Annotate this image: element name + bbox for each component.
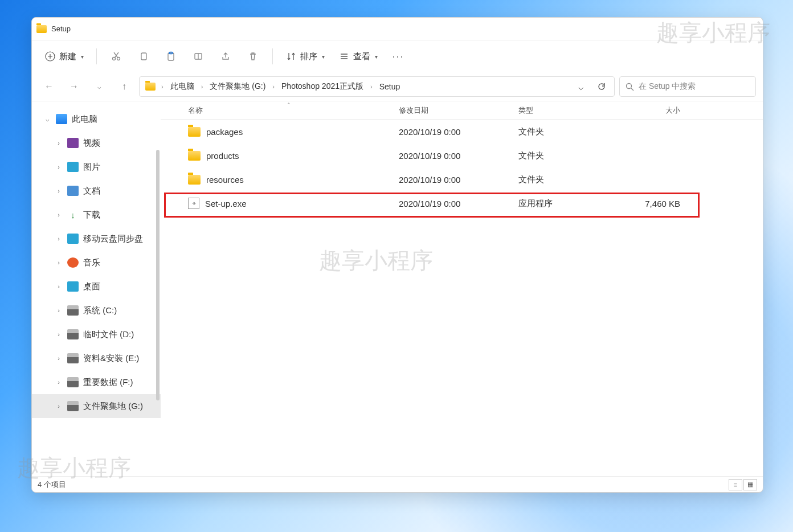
pic-icon	[67, 162, 79, 172]
sidebar-item[interactable]: ›文档	[32, 179, 161, 203]
exe-icon: ⎆	[188, 198, 199, 209]
paste-button[interactable]	[158, 45, 183, 68]
view-icon	[338, 51, 350, 62]
column-name[interactable]: ⌃名称	[183, 105, 394, 116]
breadcrumb-item[interactable]: 此电脑	[166, 79, 199, 94]
search-input[interactable]: 在 Setup 中搜索	[619, 76, 756, 97]
column-date[interactable]: 修改日期	[394, 105, 514, 116]
view-button[interactable]: 查看 ▾	[333, 47, 383, 66]
drive-icon	[67, 305, 79, 316]
rename-button[interactable]	[186, 45, 211, 68]
expand-icon[interactable]: ›	[55, 307, 63, 314]
sidebar-item-label: 视频	[83, 138, 100, 149]
status-text: 4 个项目	[38, 480, 66, 490]
grid-view-button[interactable]: ▦	[743, 479, 757, 490]
svg-point-2	[117, 58, 120, 60]
sidebar-item-label: 重要数据 (F:)	[83, 377, 133, 388]
file-size: 7,460 KB	[611, 199, 685, 208]
forward-button[interactable]: →	[64, 76, 84, 97]
sidebar-item[interactable]: ›资料&安装 (E:)	[32, 346, 161, 370]
sort-label: 排序	[300, 51, 317, 62]
expand-icon[interactable]: ›	[55, 235, 63, 242]
file-row[interactable]: packages2020/10/19 0:00文件夹	[161, 120, 763, 144]
file-row[interactable]: products2020/10/19 0:00文件夹	[161, 144, 763, 167]
sidebar-item[interactable]: ›图片	[32, 155, 161, 179]
svg-point-1	[113, 58, 116, 60]
delete-button[interactable]	[240, 45, 265, 68]
sidebar-item[interactable]: ›视频	[32, 131, 161, 155]
copy-button[interactable]	[131, 45, 156, 68]
more-button[interactable]: ···	[386, 45, 411, 68]
chevron-down-icon: ▾	[81, 54, 84, 60]
sidebar-item[interactable]: ›临时文件 (D:)	[32, 322, 161, 346]
sidebar-item[interactable]: ›文件聚集地 (G:)	[32, 394, 161, 418]
sidebar-item[interactable]: ›桌面	[32, 275, 161, 298]
folder-icon	[145, 83, 156, 91]
expand-icon[interactable]: ›	[55, 355, 63, 362]
sidebar-item-label: 音乐	[83, 257, 100, 268]
svg-rect-3	[141, 53, 146, 60]
chevron-right-icon: ›	[160, 83, 165, 90]
sidebar-item[interactable]: ›系统 (C:)	[32, 298, 161, 322]
breadcrumb-item[interactable]: Photoshop 2021正式版	[277, 79, 368, 94]
file-name: products	[206, 151, 239, 161]
file-name: packages	[206, 127, 243, 137]
expand-icon[interactable]: ›	[55, 187, 63, 194]
drive-icon	[67, 329, 79, 339]
svg-point-7	[627, 83, 632, 88]
expand-icon[interactable]: ›	[55, 163, 63, 170]
expand-icon[interactable]: ›	[55, 331, 63, 338]
column-size[interactable]: 大小	[611, 105, 685, 116]
sidebar-item[interactable]: ›移动云盘同步盘	[32, 227, 161, 251]
sidebar-item-label: 此电脑	[72, 114, 97, 125]
share-button[interactable]	[213, 45, 238, 68]
folder-icon	[188, 127, 201, 137]
desk-icon	[67, 281, 79, 292]
recent-dropdown[interactable]: ⌵	[89, 76, 109, 97]
expand-icon[interactable]: ›	[55, 140, 63, 146]
back-button[interactable]: ←	[39, 76, 59, 97]
cut-button[interactable]	[104, 45, 129, 68]
chevron-down-icon: ▾	[375, 54, 378, 60]
sidebar-item[interactable]: ⌵此电脑	[32, 107, 161, 131]
drive-icon	[67, 401, 79, 411]
sort-icon	[285, 51, 297, 62]
new-button[interactable]: 新建 ▾	[39, 47, 89, 66]
column-type[interactable]: 类型	[514, 105, 611, 116]
sidebar-item-label: 资料&安装 (E:)	[83, 353, 139, 364]
window-title: Setup	[51, 24, 71, 33]
toolbar: 新建 ▾ 排序 ▾	[32, 40, 763, 72]
file-row[interactable]: ⎆Set-up.exe2020/10/19 0:00应用程序7,460 KB	[161, 191, 763, 215]
expand-icon[interactable]: ›	[55, 211, 63, 218]
column-headers: ⌃名称 修改日期 类型 大小	[161, 101, 763, 120]
sidebar-item-label: 文档	[83, 186, 100, 197]
file-type: 文件夹	[514, 174, 611, 185]
separator	[96, 48, 97, 64]
up-button[interactable]: ↑	[114, 76, 134, 97]
expand-icon[interactable]: ›	[55, 379, 63, 386]
folder-icon	[188, 175, 201, 185]
address-bar[interactable]: › 此电脑 › 文件聚集地 (G:) › Photoshop 2021正式版 ›…	[139, 76, 615, 97]
sort-button[interactable]: 排序 ▾	[280, 47, 330, 66]
sidebar-item-label: 桌面	[83, 281, 100, 292]
sidebar-item[interactable]: ›↓下载	[32, 203, 161, 227]
breadcrumb-item[interactable]: 文件聚集地 (G:)	[205, 79, 270, 94]
sidebar-item[interactable]: ›音乐	[32, 251, 161, 275]
expand-icon[interactable]: ⌵	[43, 116, 51, 123]
expand-icon[interactable]: ›	[55, 283, 63, 290]
drive-icon	[67, 377, 79, 387]
expand-icon[interactable]: ›	[55, 259, 63, 266]
sidebar-item[interactable]: ›重要数据 (F:)	[32, 370, 161, 394]
details-view-button[interactable]: ≡	[729, 479, 742, 490]
status-bar: 4 个项目 ≡ ▦	[32, 476, 763, 492]
refresh-button[interactable]	[591, 77, 612, 96]
doc-icon	[67, 186, 79, 196]
file-row[interactable]: resources2020/10/19 0:00文件夹	[161, 167, 763, 191]
separator	[272, 48, 273, 64]
breadcrumb-item[interactable]: Setup	[375, 80, 405, 93]
address-dropdown[interactable]: ⌵	[571, 77, 591, 96]
expand-icon[interactable]: ›	[55, 403, 63, 410]
nav-row: ← → ⌵ ↑ › 此电脑 › 文件聚集地 (G:) › Photoshop 2…	[32, 72, 763, 101]
scrollbar[interactable]	[156, 150, 160, 400]
sidebar-item-label: 系统 (C:)	[83, 305, 117, 316]
